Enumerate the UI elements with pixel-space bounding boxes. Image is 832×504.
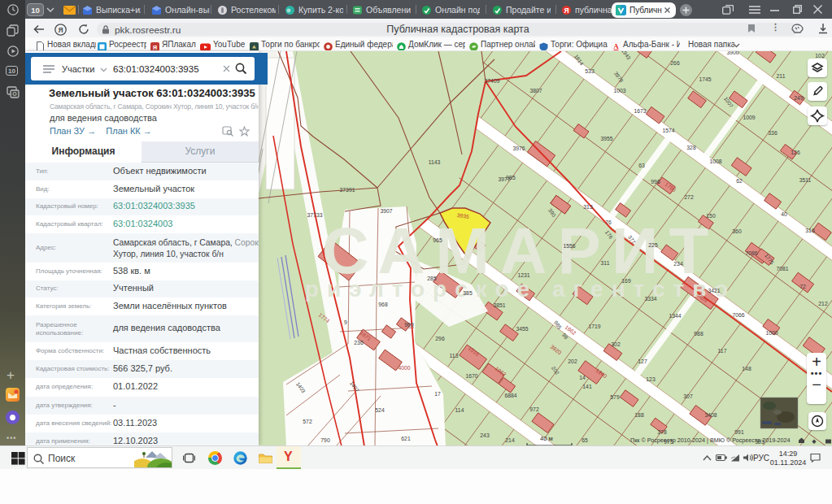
svg-text:1008: 1008 [709,159,721,164]
svg-text:1009: 1009 [743,115,755,120]
svg-text:17: 17 [434,391,441,397]
svg-text:311: 311 [601,260,610,266]
svg-text:3851: 3851 [493,302,505,308]
svg-text:296: 296 [435,336,445,341]
svg-text:113: 113 [450,353,459,358]
svg-text:141: 141 [582,384,592,389]
svg-text:1673: 1673 [634,108,646,114]
svg-text:225: 225 [648,242,658,248]
svg-text:3955: 3955 [600,136,612,141]
svg-text:117: 117 [718,348,727,354]
svg-text:3455: 3455 [516,326,528,332]
svg-text:988: 988 [694,331,703,337]
svg-text:991: 991 [734,429,744,435]
svg-text:65: 65 [582,437,588,443]
svg-text:336: 336 [768,130,778,136]
svg-text:572: 572 [303,419,312,424]
svg-text:37409: 37409 [485,78,500,84]
svg-text:211: 211 [777,73,786,79]
svg-text:385: 385 [463,290,473,296]
svg-text:37733: 37733 [307,212,323,218]
svg-text:524: 524 [375,407,385,413]
svg-text:102: 102 [815,53,825,59]
svg-text:302: 302 [611,341,621,347]
svg-text:243: 243 [480,432,490,438]
svg-text:Я: Я [153,44,157,50]
svg-text:236: 236 [354,340,364,345]
svg-text:3900: 3900 [726,51,738,55]
svg-text:533: 533 [585,68,595,74]
svg-text:969: 969 [404,322,414,328]
svg-text:621: 621 [401,436,411,441]
svg-text:9: 9 [344,319,347,325]
svg-text:40: 40 [781,211,787,217]
svg-text:7081: 7081 [776,266,788,272]
svg-text:1003: 1003 [613,88,625,93]
svg-text:6884: 6884 [504,393,516,398]
svg-text:1143: 1143 [429,159,441,165]
svg-text:3408: 3408 [704,412,717,418]
svg-text:76: 76 [605,219,612,225]
svg-text:965: 965 [433,237,442,243]
svg-text:3421: 3421 [708,288,720,293]
svg-text:1344: 1344 [669,313,681,319]
svg-text:272: 272 [684,194,694,200]
svg-text:7066: 7066 [732,312,744,318]
svg-text:А: А [613,42,619,50]
svg-text:148: 148 [742,366,751,371]
svg-text:1574: 1574 [662,128,674,133]
svg-text:4000: 4000 [398,365,410,371]
svg-text:1000: 1000 [765,330,778,336]
svg-text:249: 249 [794,95,804,101]
svg-text:313: 313 [583,204,593,210]
svg-text:307: 307 [683,393,693,399]
svg-text:Я: Я [58,26,63,34]
svg-text:968: 968 [378,302,388,307]
svg-text:1556: 1556 [563,243,575,249]
svg-text:3807: 3807 [529,88,542,93]
svg-text:1231: 1231 [517,272,529,278]
svg-text:378: 378 [657,429,667,435]
svg-text:285: 285 [427,276,437,281]
svg-text:3976: 3976 [512,146,525,151]
svg-text:37391: 37391 [340,187,355,193]
svg-text:62: 62 [736,178,743,184]
svg-text:1719: 1719 [588,324,600,329]
svg-text:Я: Я [564,7,568,15]
svg-text:1745: 1745 [699,76,711,82]
svg-text:Пкк © Росреестр 2010-2024 | ВМ: Пкк © Росреестр 2010-2024 | ВМЮ © Росрее… [630,437,791,444]
svg-text:188: 188 [634,412,644,418]
svg-text:14: 14 [579,375,586,380]
svg-text:1670: 1670 [465,373,477,379]
svg-text:214: 214 [505,437,515,443]
svg-text:202: 202 [568,358,577,364]
svg-text:63: 63 [638,163,645,168]
svg-text:972: 972 [529,406,539,412]
svg-text:7086: 7086 [745,250,757,256]
svg-text:риэлторское агентство: риэлторское агентство [305,276,736,302]
svg-text:996: 996 [651,179,660,185]
svg-text:123: 123 [646,376,656,382]
svg-text:266: 266 [670,60,680,66]
svg-text:985: 985 [506,175,516,180]
svg-text:3334: 3334 [644,296,656,302]
svg-text:328: 328 [686,145,696,150]
svg-text:3907: 3907 [380,208,392,214]
svg-text:790: 790 [320,437,330,443]
svg-text:150: 150 [706,213,716,219]
svg-text:114: 114 [455,407,464,413]
svg-text:579: 579 [610,394,620,400]
svg-text:127: 127 [638,358,647,364]
svg-text:3511: 3511 [799,177,812,183]
svg-text:360: 360 [732,228,742,234]
svg-text:212: 212 [818,301,828,306]
svg-text:169: 169 [621,278,631,284]
svg-text:316: 316 [805,228,815,233]
svg-text:72: 72 [799,284,806,289]
svg-text:126: 126 [791,150,800,155]
svg-text:40 м: 40 м [540,435,553,442]
svg-text:234: 234 [673,261,683,267]
